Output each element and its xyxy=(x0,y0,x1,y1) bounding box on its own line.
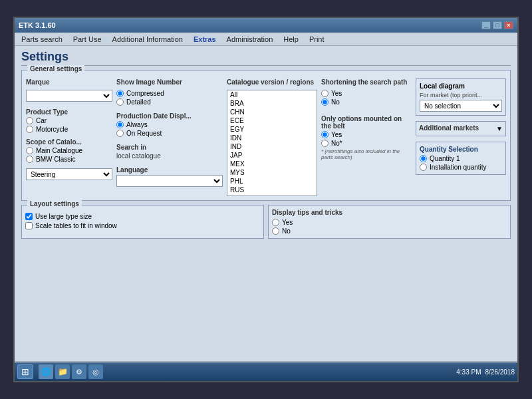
menu-print[interactable]: Print xyxy=(305,34,329,45)
general-settings-label: General settings xyxy=(27,65,84,72)
radio-always[interactable]: Always xyxy=(116,121,223,128)
taskbar-icon-3[interactable]: ⚙ xyxy=(72,364,86,379)
display-tips-box: Display tips and tricks Yes No xyxy=(268,205,511,239)
catalogue-label: Catalogue version / regions xyxy=(227,78,317,86)
scope-group: Main Catalogue BMW Classic xyxy=(26,147,112,163)
radio-options-no[interactable]: No* xyxy=(321,140,412,147)
col-catalogue: Catalogue version / regions All BRA CHN … xyxy=(227,78,317,196)
taskbar-right: 4:33 PM 8/26/2018 xyxy=(456,368,515,376)
title-bar: ETK 3.1.60 _ □ × xyxy=(15,18,517,33)
cat-ind[interactable]: IND xyxy=(227,142,317,151)
prod-date-label: Production Date Displ... xyxy=(116,112,223,120)
catalogue-list[interactable]: All BRA CHN ECE EGY IDN IND JAP MEX MYS … xyxy=(227,90,317,196)
cat-tha[interactable]: THA xyxy=(227,194,317,196)
cat-egy[interactable]: EGY xyxy=(227,125,317,134)
marque-label: Marque xyxy=(26,78,112,86)
radio-shortening-yes[interactable]: Yes xyxy=(321,90,412,97)
radio-detailed[interactable]: Detailed xyxy=(116,98,223,106)
radio-quantity-1[interactable]: Quantity 1 xyxy=(420,155,502,162)
search-in-label: Search in xyxy=(116,144,223,151)
col-local-diagram: Local diagram For market (top priorit...… xyxy=(416,78,506,196)
display-tips-label: Display tips and tricks xyxy=(272,209,507,216)
taskbar-icon-4[interactable]: ◎ xyxy=(88,364,103,379)
cat-chn[interactable]: CHN xyxy=(227,108,317,116)
radio-main-catalogue[interactable]: Main Catalogue xyxy=(26,147,112,154)
cat-all[interactable]: All xyxy=(227,90,317,99)
radio-options-yes[interactable]: Yes xyxy=(321,131,412,138)
menu-part-use[interactable]: Part Use xyxy=(69,34,106,45)
screen: ETK 3.1.60 _ □ × Parts search Part Use A… xyxy=(13,17,519,382)
close-button[interactable]: × xyxy=(504,21,513,29)
menu-bar: Parts search Part Use Additional Informa… xyxy=(15,33,517,46)
quantity-selection-box: Quantity Selection Quantity 1 Installati… xyxy=(416,142,506,175)
show-image-group: Compressed Detailed xyxy=(116,90,223,106)
radio-compressed[interactable]: Compressed xyxy=(116,90,223,97)
local-diagram-select[interactable]: No selection xyxy=(420,100,502,112)
title-bar-controls: _ □ × xyxy=(481,21,513,29)
additional-markets-label: Additional markets xyxy=(419,124,479,132)
monitor-frame: ETK 3.1.60 _ □ × Parts search Part Use A… xyxy=(0,0,532,399)
taskbar-icon-1[interactable]: 🌐 xyxy=(39,364,53,379)
radio-tips-no[interactable]: No xyxy=(272,227,507,235)
options-note: * (retrofittings also included in the pa… xyxy=(321,148,412,160)
steering-select[interactable]: Steering xyxy=(26,168,112,180)
quantity-group: Quantity 1 Installation quantity xyxy=(420,155,502,171)
only-options-label: Only options mounted on the belt xyxy=(321,115,412,130)
radio-car[interactable]: Car xyxy=(26,117,112,124)
scope-label: Scope of Catalo... xyxy=(26,138,112,146)
col-marque: Marque Product Type Car xyxy=(26,78,112,196)
taskbar-date: 8/26/2018 xyxy=(485,368,515,376)
menu-additional-info[interactable]: Additional Information xyxy=(108,34,187,45)
radio-bmw-classic[interactable]: BMW Classic xyxy=(26,156,112,163)
cat-jap[interactable]: JAP xyxy=(227,151,317,160)
menu-parts-search[interactable]: Parts search xyxy=(17,34,66,45)
col-show-image: Show Image Number Compressed Detailed xyxy=(116,78,223,196)
cat-rus[interactable]: RUS xyxy=(227,186,317,194)
cat-idn[interactable]: IDN xyxy=(227,134,317,142)
taskbar-icons: 🌐 📁 ⚙ ◎ xyxy=(39,364,103,379)
cat-phl[interactable]: PHL xyxy=(227,177,317,186)
shortening-group: Yes No xyxy=(321,90,412,106)
window-title: ETK 3.1.60 xyxy=(19,21,56,29)
maximize-button[interactable]: □ xyxy=(493,21,502,29)
cat-ece[interactable]: ECE xyxy=(227,116,317,125)
radio-motorcycle[interactable]: Motorcycle xyxy=(26,126,112,133)
search-in-value: local catalogue xyxy=(116,152,223,160)
radio-shortening-no[interactable]: No xyxy=(321,98,412,106)
minimize-button[interactable]: _ xyxy=(481,21,491,29)
only-options-group: Yes No* xyxy=(321,131,412,147)
checkbox-scale-tables[interactable]: Scale tables to fit in window xyxy=(25,222,260,229)
shortening-label: Shortening the search path xyxy=(321,78,412,86)
cat-mys[interactable]: MYS xyxy=(227,168,317,177)
additional-markets-dropdown-icon[interactable]: ▼ xyxy=(496,125,503,132)
radio-tips-yes[interactable]: Yes xyxy=(272,219,507,226)
show-image-label: Show Image Number xyxy=(116,78,223,86)
tips-group: Yes No xyxy=(272,219,507,235)
radio-on-request[interactable]: On Request xyxy=(116,130,223,137)
cat-bra[interactable]: BRA xyxy=(227,99,317,108)
product-type-group: Car Motorcycle xyxy=(26,117,112,133)
start-button[interactable]: ⊞ xyxy=(17,364,33,379)
radio-installation-qty[interactable]: Installation quantity xyxy=(420,164,502,171)
layout-settings-label: Layout settings xyxy=(27,200,82,207)
quantity-selection-label: Quantity Selection xyxy=(420,146,502,153)
lower-settings: Layout settings Use large type size Scal… xyxy=(21,205,511,239)
prod-date-group: Always On Request xyxy=(116,121,223,137)
menu-extras[interactable]: Extras xyxy=(190,34,220,45)
taskbar-icon-2[interactable]: 📁 xyxy=(55,364,70,379)
layout-settings-box: Layout settings Use large type size Scal… xyxy=(21,205,264,239)
general-settings-section: General settings Marque Product Type xyxy=(21,70,511,201)
cat-mex[interactable]: MEX xyxy=(227,160,317,168)
marque-select[interactable] xyxy=(26,90,112,102)
checkbox-large-type[interactable]: Use large type size xyxy=(25,213,260,220)
language-label: Language xyxy=(116,166,223,174)
product-type-label: Product Type xyxy=(26,108,112,116)
local-diagram-box: Local diagram For market (top priorit...… xyxy=(416,78,506,116)
local-diagram-title: Local diagram xyxy=(420,82,502,90)
menu-help[interactable]: Help xyxy=(279,34,303,45)
taskbar-time: 4:33 PM xyxy=(456,368,481,376)
language-select[interactable] xyxy=(116,175,223,187)
col-shortening: Shortening the search path Yes No xyxy=(321,78,412,196)
menu-administration[interactable]: Administration xyxy=(223,34,277,45)
taskbar: ⊞ 🌐 📁 ⚙ ◎ 4:33 PM 8/26/2018 xyxy=(15,362,517,381)
